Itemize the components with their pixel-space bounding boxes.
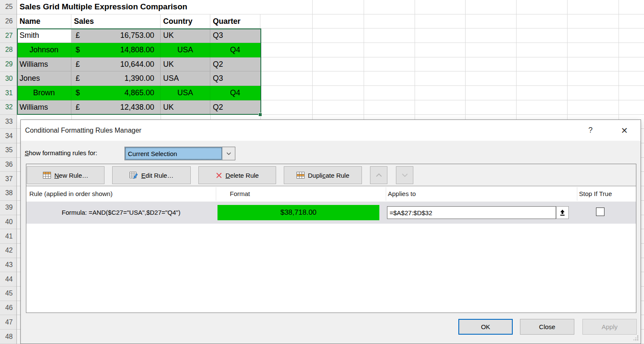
- row-header-40[interactable]: 40: [0, 215, 17, 230]
- edit-rule-button[interactable]: Edit Rule…: [112, 166, 191, 184]
- duplicate-rule-button[interactable]: Duplicate Rule: [284, 166, 362, 184]
- cell-sales[interactable]: £10,644.00: [71, 57, 161, 71]
- apply-button: Apply: [582, 319, 637, 335]
- row-header-31[interactable]: 31: [0, 86, 17, 100]
- table-row[interactable]: Williams £12,438.00 UK Q2: [17, 100, 261, 115]
- cell-country[interactable]: USA: [161, 86, 210, 100]
- chevron-up-icon: [376, 173, 382, 177]
- rules-list-area: New Rule… Edit Rule… Delete Rule Duplica…: [26, 164, 636, 313]
- collapse-dialog-button[interactable]: [556, 206, 569, 219]
- row-header-30[interactable]: 30: [0, 72, 17, 86]
- sales-amount: 1,390.00: [124, 74, 154, 83]
- row-header-32[interactable]: 32: [0, 100, 17, 115]
- dialog-title: Conditional Formatting Rules Manager: [25, 120, 141, 141]
- cell-name[interactable]: Williams: [17, 100, 71, 114]
- cell-country[interactable]: USA: [161, 43, 210, 57]
- show-rules-dropdown[interactable]: Current Selection: [124, 147, 235, 160]
- dialog-titlebar[interactable]: Conditional Formatting Rules Manager ? ✕: [21, 120, 641, 141]
- cell-country[interactable]: UK: [161, 57, 210, 71]
- row-header-25[interactable]: 25: [0, 0, 17, 14]
- new-rule-button[interactable]: New Rule…: [27, 166, 105, 184]
- currency-symbol: £: [76, 31, 80, 40]
- table-row[interactable]: Johnson $14,808.00 USA Q4: [17, 43, 261, 57]
- sales-table: Sales Grid Multiple Expression Compariso…: [17, 0, 261, 115]
- cell-quarter[interactable]: Q2: [210, 57, 260, 71]
- cell-quarter[interactable]: Q2: [210, 100, 260, 114]
- conditional-formatting-rules-manager-dialog: Conditional Formatting Rules Manager ? ✕…: [20, 119, 641, 344]
- table-header-row[interactable]: Name Sales Country Quarter: [17, 14, 261, 29]
- row-header-33[interactable]: 33: [0, 115, 17, 129]
- delete-rule-button[interactable]: Delete Rule: [198, 166, 276, 184]
- row-header-28[interactable]: 28: [0, 43, 17, 57]
- row-header-27[interactable]: 27: [0, 28, 17, 43]
- table-row[interactable]: Williams £10,644.00 UK Q2: [17, 57, 261, 72]
- header-stop-if-true: Stop If True: [579, 186, 612, 202]
- row-header-29[interactable]: 29: [0, 57, 17, 72]
- row-header-35[interactable]: 35: [0, 143, 17, 158]
- cell-sales[interactable]: £16,753.00: [71, 28, 161, 43]
- selection-fill-handle[interactable]: [258, 113, 262, 117]
- cell-name[interactable]: Brown: [17, 86, 71, 100]
- cell-quarter[interactable]: Q3: [210, 28, 260, 43]
- cell-quarter[interactable]: Q4: [210, 86, 260, 100]
- move-rule-down-button[interactable]: [396, 166, 413, 184]
- cell-country[interactable]: UK: [161, 100, 210, 114]
- sales-amount: 10,644.00: [120, 60, 154, 69]
- cell-name[interactable]: Williams: [17, 57, 71, 71]
- table-row[interactable]: Jones £1,390.00 USA Q3: [17, 71, 261, 86]
- resize-grip-icon[interactable]: [633, 335, 638, 341]
- cell-name[interactable]: Jones: [17, 71, 71, 85]
- row-header-43[interactable]: 43: [0, 258, 17, 273]
- table-row[interactable]: Brown $4,865.00 USA Q4: [17, 86, 261, 100]
- cell-sales[interactable]: $14,808.00: [71, 43, 161, 57]
- header-divider: [577, 187, 577, 201]
- ok-button[interactable]: OK: [458, 319, 513, 335]
- row-header-48[interactable]: 48: [0, 330, 17, 344]
- help-icon[interactable]: ?: [582, 120, 599, 141]
- table-row[interactable]: Smith £16,753.00 UK Q3: [17, 28, 261, 43]
- row-header-26[interactable]: 26: [0, 14, 17, 29]
- header-format: Format: [230, 186, 250, 202]
- row-header-45[interactable]: 45: [0, 287, 17, 301]
- row-header-34[interactable]: 34: [0, 129, 17, 143]
- close-icon[interactable]: ✕: [616, 120, 633, 141]
- row-header-41[interactable]: 41: [0, 229, 17, 244]
- column-header-country[interactable]: Country: [161, 14, 210, 28]
- row-header-39[interactable]: 39: [0, 201, 17, 215]
- cell-sales[interactable]: £12,438.00: [71, 100, 161, 114]
- currency-symbol: $: [76, 45, 80, 54]
- row-header-38[interactable]: 38: [0, 186, 17, 201]
- cell-sales[interactable]: £1,390.00: [71, 71, 161, 85]
- column-header-name[interactable]: Name: [17, 14, 71, 28]
- move-rule-up-button[interactable]: [370, 166, 387, 184]
- row-header-44[interactable]: 44: [0, 272, 17, 287]
- rule-list-item[interactable]: Formula: =AND($C27="USA",$D27="Q4") $38,…: [26, 202, 636, 224]
- sales-amount: 12,438.00: [120, 103, 154, 112]
- table-title-row[interactable]: Sales Grid Multiple Expression Compariso…: [17, 0, 261, 14]
- row-header-36[interactable]: 36: [0, 158, 17, 172]
- applies-to-input[interactable]: [387, 206, 556, 219]
- cell-country[interactable]: UK: [161, 28, 210, 43]
- row-header-37[interactable]: 37: [0, 172, 17, 186]
- sales-amount: 16,753.00: [120, 31, 154, 40]
- range-select-arrow-icon: [559, 209, 565, 216]
- column-header-sales[interactable]: Sales: [71, 14, 161, 28]
- row-header-47[interactable]: 47: [0, 315, 17, 330]
- cell-sales[interactable]: $4,865.00: [71, 86, 161, 100]
- chevron-down-icon[interactable]: [222, 147, 235, 160]
- show-rules-selected-value[interactable]: Current Selection: [125, 147, 222, 160]
- close-button[interactable]: Close: [520, 319, 574, 335]
- column-header-quarter[interactable]: Quarter: [210, 14, 260, 28]
- row-header-column: 2526272829303132333435363738394041424344…: [0, 0, 17, 344]
- show-rules-label: Show formatting rules for:: [25, 145, 97, 161]
- cell-name[interactable]: Smith: [17, 28, 71, 43]
- row-header-42[interactable]: 42: [0, 244, 17, 258]
- sales-amount: 14,808.00: [120, 45, 154, 54]
- cell-quarter[interactable]: Q3: [210, 71, 260, 85]
- stop-if-true-checkbox[interactable]: [596, 208, 604, 216]
- cell-country[interactable]: USA: [161, 71, 210, 85]
- row-header-46[interactable]: 46: [0, 301, 17, 316]
- cell-name[interactable]: Johnson: [17, 43, 71, 57]
- cell-quarter[interactable]: Q4: [210, 43, 260, 57]
- chevron-down-icon: [402, 173, 408, 177]
